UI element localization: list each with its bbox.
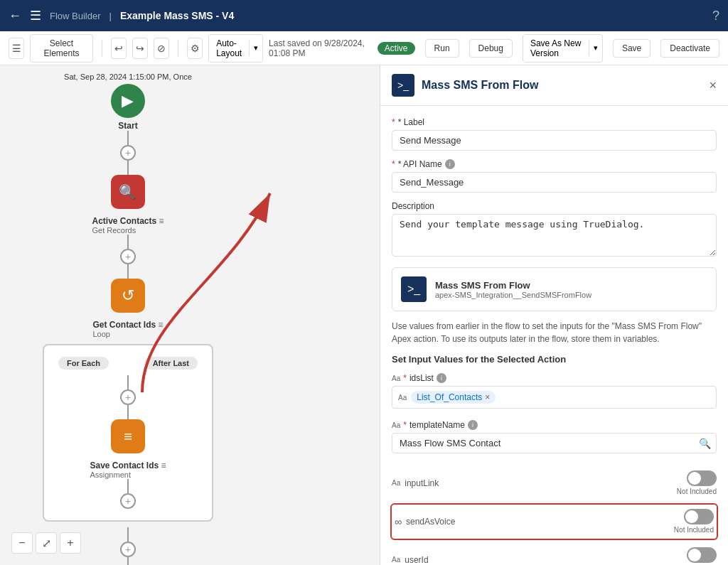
loop-label: Get Contact Ids ≡ xyxy=(92,320,163,330)
template-search-icon: 🔍 xyxy=(699,438,711,449)
user-id-toggle-wrapper: Not Included xyxy=(677,547,717,565)
api-name-info-icon[interactable]: i xyxy=(445,159,455,169)
ids-list-info-icon[interactable]: i xyxy=(437,373,446,383)
description-textarea[interactable]: Send your template message using TrueDia… xyxy=(392,214,717,257)
start-icon: ▶ xyxy=(111,84,145,118)
label-input[interactable] xyxy=(392,130,717,151)
add-after-assignment[interactable]: + xyxy=(120,493,136,509)
save-as-version-dropdown[interactable]: ▾ xyxy=(589,40,602,56)
add-after-loop[interactable]: + xyxy=(120,542,136,557)
auto-layout-dropdown[interactable]: ▾ xyxy=(249,40,262,56)
user-id-toggle[interactable] xyxy=(687,547,717,563)
template-name-input[interactable] xyxy=(392,433,717,453)
help-icon[interactable]: ? xyxy=(712,9,719,23)
canvas-controls: − ⤢ + xyxy=(11,532,81,554)
template-name-info-icon[interactable]: i xyxy=(468,420,478,430)
loop-connector-1 xyxy=(127,375,129,389)
user-id-row: Aa userId Not Included xyxy=(392,542,717,565)
connector-2 xyxy=(127,161,129,175)
top-nav: ← ☰ Flow Builder | Example Mass SMS - V4… xyxy=(0,0,728,31)
redo-button[interactable]: ↪ xyxy=(132,38,148,59)
menu-icon[interactable]: ☰ xyxy=(30,8,41,23)
undo-button[interactable]: ↩ xyxy=(111,38,127,59)
save-button[interactable]: Save xyxy=(613,39,651,58)
panel-header-icon: >_ xyxy=(392,74,414,97)
toggle-sidebar-button[interactable]: ☰ xyxy=(9,38,24,59)
template-name-wrapper: 🔍 xyxy=(392,433,717,453)
active-contacts-sublabel: Get Records xyxy=(92,226,164,235)
input-link-label: Aa inputLink xyxy=(392,478,677,488)
send-as-voice-toggle[interactable] xyxy=(684,509,714,524)
start-date: Sat, Sep 28, 2024 1:15:00 PM, Once xyxy=(64,72,192,81)
panel-body: * * Label * * API Name i Description Sen… xyxy=(380,106,728,565)
save-as-version-control[interactable]: Save As New Version ▾ xyxy=(523,34,603,63)
assignment-sublabel: Assignment xyxy=(90,470,166,479)
user-id-label: Aa userId xyxy=(392,555,677,565)
loop-labels: For Each After Last xyxy=(58,357,198,370)
template-name-label: Aa * templateName i xyxy=(392,420,717,430)
flow-name: Example Mass SMS - V4 xyxy=(120,10,234,21)
node-start[interactable]: Sat, Sep 28, 2024 1:15:00 PM, Once ▶ Sta… xyxy=(64,72,192,175)
zoom-in-button[interactable]: + xyxy=(60,532,81,554)
back-button[interactable]: ← xyxy=(9,9,21,23)
ids-list-label: Aa * idsList i xyxy=(392,373,717,383)
auto-layout-control[interactable]: Auto-Layout ▾ xyxy=(208,34,263,63)
user-id-knob xyxy=(688,549,701,561)
node-active-contacts[interactable]: 🔍 Active Contacts ≡ Get Records + xyxy=(92,175,164,279)
connector-4 xyxy=(127,264,129,279)
send-as-voice-toggle-wrapper: Not Included xyxy=(674,509,714,534)
node-assignment[interactable]: ≡ Save Contact Ids ≡ Assignment xyxy=(90,419,166,479)
debug-button[interactable]: Debug xyxy=(469,39,513,58)
ids-list-group: Aa * idsList i Aa List_Of_Contacts × xyxy=(392,373,717,409)
fit-screen-button[interactable]: ⤢ xyxy=(36,532,57,554)
loop-icon: ↺ xyxy=(111,279,145,313)
input-link-toggle-wrapper: Not Included xyxy=(677,470,717,495)
description-field-label: Description xyxy=(392,201,717,211)
label-field-label: * * Label xyxy=(392,117,717,127)
add-in-loop[interactable]: + xyxy=(120,389,136,405)
api-name-input[interactable] xyxy=(392,172,717,193)
connector-6 xyxy=(127,557,129,565)
panel-close-button[interactable]: × xyxy=(709,78,717,93)
main-content: Sat, Sep 28, 2024 1:15:00 PM, Once ▶ Sta… xyxy=(0,65,728,565)
connector-3 xyxy=(127,235,129,249)
ids-list-tag[interactable]: List_Of_Contacts × xyxy=(411,391,496,404)
panel-header: >_ Mass SMS From Flow × xyxy=(380,65,728,106)
apex-card-icon: >_ xyxy=(401,276,427,302)
send-as-voice-row: ∞ sendAsVoice Not Included xyxy=(392,505,717,539)
ids-list-input[interactable]: Aa List_Of_Contacts × xyxy=(392,386,717,409)
save-as-version-label[interactable]: Save As New Version xyxy=(523,35,589,62)
assignment-label: Save Contact Ids ≡ xyxy=(90,461,166,470)
info-text: Use values from earlier in the flow to s… xyxy=(392,320,717,345)
stop-button[interactable]: ⊘ xyxy=(154,38,169,59)
auto-layout-label[interactable]: Auto-Layout xyxy=(209,35,249,62)
panel-title: Mass SMS From Flow xyxy=(422,79,538,92)
apex-action-card: >_ Mass SMS From Flow apex-SMS_Integrati… xyxy=(392,267,717,311)
after-last-label: After Last xyxy=(144,357,198,370)
loop-connector-3 xyxy=(127,479,129,493)
send-as-voice-label: ∞ sendAsVoice xyxy=(395,516,674,527)
node-loop[interactable]: ↺ Get Contact Ids ≡ Loop For Each After … xyxy=(43,279,213,565)
deactivate-button[interactable]: Deactivate xyxy=(660,39,719,58)
zoom-out-button[interactable]: − xyxy=(11,532,33,554)
app-title: Flow Builder xyxy=(50,11,101,21)
add-after-start[interactable]: + xyxy=(120,145,136,161)
start-label: Start xyxy=(118,121,137,131)
select-elements-button[interactable]: Select Elements xyxy=(30,34,93,63)
toolbar-sep-1 xyxy=(102,40,102,57)
add-after-contacts[interactable]: + xyxy=(120,249,136,264)
send-as-voice-knob xyxy=(685,510,698,523)
apex-card-title: Mass SMS From Flow xyxy=(435,280,592,291)
run-button[interactable]: Run xyxy=(425,39,459,58)
input-link-toggle[interactable] xyxy=(687,470,717,486)
settings-button[interactable]: ⚙ xyxy=(187,38,203,59)
ids-list-tag-remove[interactable]: × xyxy=(485,392,490,402)
for-each-label: For Each xyxy=(58,357,109,370)
loop-sublabel: Loop xyxy=(92,330,163,338)
flow-canvas[interactable]: Sat, Sep 28, 2024 1:15:00 PM, Once ▶ Sta… xyxy=(0,65,380,565)
send-as-voice-not-included: Not Included xyxy=(674,526,714,534)
connector-5 xyxy=(127,527,129,542)
assignment-icon: ≡ xyxy=(111,419,145,453)
template-name-group: Aa * templateName i 🔍 xyxy=(392,420,717,453)
input-link-not-included: Not Included xyxy=(677,488,717,495)
